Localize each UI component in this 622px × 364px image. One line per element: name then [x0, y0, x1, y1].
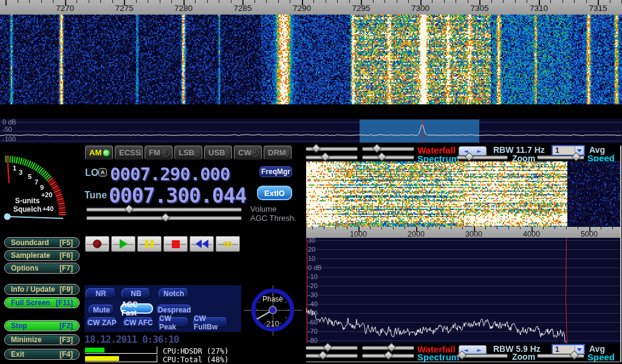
- scale-tick: [255, 0, 255, 3]
- audio-waterfall-display[interactable]: [306, 161, 621, 227]
- cw-afc-button[interactable]: CW AFC: [123, 317, 154, 328]
- arrow-right-icon[interactable]: ►: [477, 148, 482, 154]
- volume-slider[interactable]: [86, 207, 242, 212]
- lo-frequency-display[interactable]: 0007.290.000: [110, 164, 230, 184]
- lower-waterfall-contrast-slider[interactable]: [362, 346, 414, 350]
- window-bottom-line: [306, 362, 621, 362]
- db-label: -10: [308, 273, 318, 280]
- lower-spectrum-brightness-slider[interactable]: [306, 354, 358, 358]
- cw-zap-button[interactable]: CW ZAP: [87, 317, 117, 328]
- scale-tick: [337, 0, 338, 3]
- upper-waterfall-brightness-slider[interactable]: [306, 147, 358, 151]
- lower-zoom-slider[interactable]: [457, 354, 508, 358]
- upper-waterfall-contrast-slider[interactable]: [362, 147, 414, 151]
- scale-tick: [520, 227, 521, 229]
- nr-button[interactable]: NR: [86, 288, 116, 298]
- scale-tick: [290, 0, 290, 3]
- slider-thumb[interactable]: [377, 152, 387, 162]
- scale-tick: [53, 0, 53, 3]
- window-edge-line: [620, 146, 621, 362]
- slider-thumb[interactable]: [384, 351, 394, 360]
- samplerate-button[interactable]: Samplerate [F6]: [4, 250, 80, 261]
- upper-spectrum-brightness-slider[interactable]: [306, 155, 358, 160]
- scale-tick: [5, 0, 7, 5]
- despread-button[interactable]: Despread: [157, 305, 192, 315]
- play-button[interactable]: [111, 236, 135, 252]
- rewind-button[interactable]: [190, 236, 214, 252]
- scale-tick: [373, 0, 374, 3]
- mode-button-fm[interactable]: FM: [145, 146, 173, 160]
- scale-tick: [468, 0, 468, 3]
- lo-auto-badge[interactable]: A: [98, 168, 107, 177]
- lower-spectrum-label[interactable]: Spectrum: [417, 352, 459, 362]
- agc-fast-button[interactable]: AGC Fast: [120, 303, 153, 314]
- lower-speed-slider[interactable]: [537, 354, 584, 358]
- lower-speed-label: Speed: [587, 352, 615, 362]
- notch-button[interactable]: Notch: [159, 288, 189, 298]
- mode-button-ecss[interactable]: ECSS: [115, 146, 143, 160]
- scale-tick: [207, 0, 208, 3]
- tune-frequency-display[interactable]: 0007.300.044: [109, 184, 246, 207]
- slider-thumb[interactable]: [312, 144, 321, 153]
- lo-label: LO: [85, 167, 98, 178]
- loop-button[interactable]: ∞: [216, 236, 240, 252]
- cw-peak-button[interactable]: CW Peak: [159, 317, 189, 328]
- datetime-display: 18.12.2011 0:36:10: [84, 334, 179, 345]
- extio-button[interactable]: ExtIO: [257, 186, 292, 200]
- scale-tick: [408, 0, 409, 3]
- main-waterfall-display[interactable]: [0, 0, 622, 104]
- rf-scale-label: 7285: [233, 4, 251, 13]
- scale-tick: [555, 227, 555, 229]
- exit-button[interactable]: Exit [F4]: [4, 349, 80, 360]
- rf-scale-label: 7295: [352, 4, 370, 13]
- scale-tick: [349, 0, 350, 3]
- agc-threshold-slider-thumb[interactable]: [161, 213, 171, 223]
- scale-tick: [550, 0, 551, 3]
- lower-waterfall-brightness-slider[interactable]: [306, 346, 358, 350]
- cw-fullbw-button[interactable]: CW FullBw: [193, 317, 228, 328]
- upper-spectrum-contrast-slider[interactable]: [362, 155, 414, 160]
- mode-button-drm[interactable]: DRM: [264, 146, 292, 160]
- slider-thumb[interactable]: [318, 351, 328, 360]
- arrow-right-icon[interactable]: ►: [477, 347, 482, 353]
- scale-tick: [381, 227, 382, 229]
- main-spectrum-display[interactable]: [0, 119, 622, 143]
- arrow-left-icon[interactable]: ◄: [464, 347, 468, 353]
- upper-speed-slider[interactable]: [537, 155, 584, 160]
- scale-tick: [405, 227, 405, 229]
- nb-button[interactable]: NB: [121, 288, 151, 298]
- options-button[interactable]: Options [F7]: [4, 263, 80, 274]
- slider-thumb[interactable]: [321, 152, 330, 162]
- mode-button-am[interactable]: AM: [85, 146, 113, 160]
- mode-button-cw[interactable]: CW: [234, 146, 262, 160]
- rf-frequency-scale[interactable]: 7270727572807285729072957300730573107315: [0, 0, 622, 15]
- audio-spectrum-display[interactable]: [306, 238, 621, 343]
- minimize-button[interactable]: Minimize [F3]: [4, 334, 80, 345]
- stop-button[interactable]: Stop [F2]: [4, 320, 80, 331]
- upper-avg-select[interactable]: 1: [552, 145, 585, 156]
- record-button[interactable]: [85, 236, 109, 252]
- pause-button[interactable]: [137, 236, 162, 252]
- squelch-caption: Squelch: [13, 205, 42, 214]
- freqmgr-button[interactable]: FreqMgr: [259, 166, 292, 177]
- mode-button-usb[interactable]: USB: [204, 146, 232, 160]
- full-screen-button[interactable]: Full Screen [F11]: [4, 297, 80, 308]
- audio-frequency-scale[interactable]: 010002000300040005000: [306, 227, 621, 238]
- scale-tick: [562, 0, 563, 3]
- agc-threshold-slider[interactable]: [86, 216, 242, 220]
- slider-thumb[interactable]: [372, 144, 382, 153]
- soundcard-button[interactable]: Soundcard [F5]: [4, 237, 80, 248]
- phase-dial[interactable]: [243, 274, 304, 346]
- lower-spectrum-contrast-slider[interactable]: [362, 354, 414, 358]
- scale-tick: [428, 227, 428, 229]
- mute-button[interactable]: Mute: [89, 305, 114, 315]
- rf-scale-label: 7290: [293, 4, 311, 13]
- upper-band-spinner[interactable]: ◄ ►: [459, 146, 487, 156]
- upper-zoom-slider[interactable]: [457, 155, 508, 160]
- slider-thumb[interactable]: [323, 343, 333, 352]
- rf-scale-label: 7270: [56, 4, 74, 13]
- mode-button-lsb[interactable]: LSB: [174, 146, 202, 160]
- scale-tick: [485, 227, 486, 229]
- info-update-button[interactable]: Info / Update [F9]: [4, 284, 80, 295]
- stop-playback-button[interactable]: [163, 236, 188, 252]
